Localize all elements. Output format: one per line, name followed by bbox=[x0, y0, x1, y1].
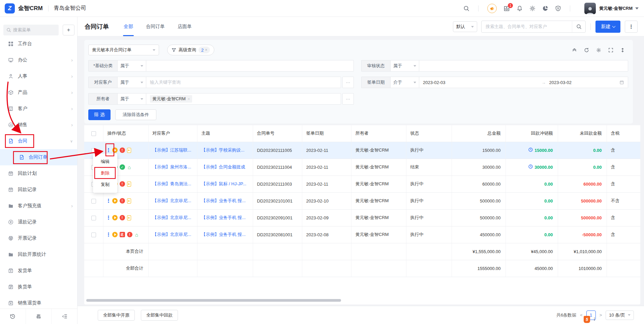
tab-全部[interactable]: 全部 bbox=[124, 17, 133, 36]
new-button[interactable]: 新建 bbox=[595, 21, 620, 33]
column-header-回款冲销额[interactable]: 回款冲销额 bbox=[505, 125, 558, 142]
subject-link[interactable]: 【示例】业务手机 报... bbox=[202, 198, 246, 203]
subject-link[interactable]: 【示例】业务手机 报... bbox=[202, 232, 246, 237]
more-actions-button[interactable]: ⋮ bbox=[625, 21, 638, 33]
sidebar-item-销售[interactable]: 销售› bbox=[0, 117, 77, 133]
row-checkbox[interactable] bbox=[91, 233, 96, 237]
filter-clear-button[interactable]: 清除筛选条件 bbox=[115, 109, 156, 120]
search-icon[interactable] bbox=[463, 5, 469, 11]
avatar[interactable] bbox=[584, 3, 596, 14]
sidebar-item-人事[interactable]: 人事› bbox=[0, 68, 77, 84]
table-row[interactable]: ⋮✓✓⌂【示例】泉州市洛...【示例】合同金额提成DD2023021110042… bbox=[84, 159, 640, 176]
prev-page-button[interactable]: < bbox=[580, 313, 583, 318]
shield-icon[interactable] bbox=[555, 5, 561, 11]
column-header-合同单号[interactable]: 合同单号 bbox=[253, 125, 302, 142]
filter-operator-select[interactable]: 属于 bbox=[390, 60, 419, 72]
column-header-签单日期[interactable]: 签单日期 bbox=[302, 125, 351, 142]
sidebar-search-input[interactable]: 搜索菜单 bbox=[3, 25, 59, 35]
search-icon[interactable] bbox=[572, 21, 585, 32]
dots-status-icon[interactable]: ⋮ bbox=[107, 215, 110, 220]
owner-tag[interactable]: 黄元敏-金智CRM× bbox=[150, 95, 192, 103]
screenshot-tool-icon[interactable]: 5 bbox=[584, 316, 590, 323]
caret-down-icon[interactable] bbox=[635, 7, 639, 9]
table-row[interactable]: ⋮!+【示例】青岛测法...【示例】鼠标 / HJ-JP...DD2023021… bbox=[84, 176, 640, 192]
column-header-操作/状态[interactable]: 操作/状态 bbox=[103, 125, 148, 142]
column-header-含税[interactable]: 含税 bbox=[607, 125, 640, 142]
table-row[interactable]: ⋮!+【示例】北京菲尼...【示例】业务手机 报...DD20230210100… bbox=[84, 192, 640, 209]
close-icon[interactable]: × bbox=[205, 48, 207, 52]
close-icon[interactable]: × bbox=[188, 97, 190, 101]
row-checkbox[interactable] bbox=[91, 148, 96, 153]
date-from[interactable]: 2023-02-03 bbox=[423, 80, 446, 85]
dots-status-icon[interactable]: ⋮ bbox=[107, 198, 110, 204]
row-checkbox[interactable] bbox=[91, 199, 96, 204]
filter-value-input[interactable] bbox=[419, 60, 628, 72]
saved-filter-select[interactable]: 黄元敏本月合同订单 bbox=[88, 45, 159, 55]
column-header-未回款金额[interactable]: 未回款金额 bbox=[558, 125, 607, 142]
page-size-select[interactable]: 10 条/页 bbox=[606, 310, 634, 320]
customer-link[interactable]: 【示例】泉州市洛... bbox=[153, 164, 191, 169]
history-icon[interactable] bbox=[0, 309, 26, 324]
filter-operator-select[interactable]: 属于 bbox=[117, 77, 146, 88]
column-header-主题[interactable]: 主题 bbox=[197, 125, 253, 142]
table-row[interactable]: ⋮迟!⌂【示例】北京菲尼...【示例】业务手机 报...DD2023020810… bbox=[84, 226, 640, 243]
advanced-query-button[interactable]: 高级查询 2 × bbox=[167, 45, 214, 55]
customer-link[interactable]: 【示例】江苏瑞联... bbox=[153, 147, 191, 153]
sidebar-item-合同订单[interactable]: 合同订单 bbox=[0, 149, 77, 165]
filter-value-input[interactable]: 黄元敏-金智CRM× bbox=[146, 93, 341, 105]
sidebar-item-客户预充值[interactable]: 客户预充值› bbox=[0, 198, 77, 214]
sidebar-item-回款计划[interactable]: 回款计划 bbox=[0, 165, 77, 182]
company-name[interactable]: 青岛金智公司 bbox=[54, 5, 86, 12]
customer-link[interactable]: 【示例】北京菲尼... bbox=[153, 232, 191, 237]
subject-link[interactable]: 【示例】业务手机 报... bbox=[202, 215, 246, 220]
fullscreen-icon[interactable] bbox=[608, 48, 613, 53]
sidebar-item-工作台[interactable]: 工作台 bbox=[0, 36, 77, 52]
filter-operator-select[interactable]: 属于 bbox=[117, 93, 146, 105]
gear-icon[interactable] bbox=[529, 5, 535, 11]
megaphone-icon[interactable] bbox=[487, 4, 497, 13]
sidebar-item-销售退货单[interactable]: 销售退货单 bbox=[0, 295, 77, 308]
gear-icon[interactable] bbox=[596, 48, 601, 53]
sidebar-item-合同[interactable]: 合同∨ bbox=[0, 133, 77, 149]
sliders-icon[interactable] bbox=[26, 309, 52, 324]
bell-icon[interactable] bbox=[517, 5, 523, 11]
table-row[interactable]: ⋮!+【示例】北京菲尼...【示例】业务手机 报...DD20230209100… bbox=[84, 209, 640, 226]
table-row[interactable]: ⋮!+【示例】江苏瑞联...【示例】学校采购设...DD202302111005… bbox=[84, 142, 640, 159]
more-options-button[interactable]: ⋯ bbox=[342, 77, 354, 88]
date-to[interactable]: 2023-03-02 bbox=[549, 80, 572, 85]
context-menu-item-复制[interactable]: 复制 bbox=[93, 179, 117, 190]
subject-link[interactable]: 【示例】合同金额提成 bbox=[202, 164, 245, 169]
updown-icon[interactable] bbox=[620, 48, 625, 53]
tab-店面单[interactable]: 店面单 bbox=[178, 17, 192, 36]
column-header-对应客户[interactable]: 对应客户 bbox=[148, 125, 197, 142]
sidebar-item-退款记录[interactable]: 退款记录 bbox=[0, 214, 77, 230]
collapse-panel-icon[interactable] bbox=[51, 309, 77, 324]
filter-value-input[interactable]: 输入关键字查询 bbox=[146, 77, 341, 88]
app-logo-icon[interactable]: Z bbox=[5, 3, 15, 14]
filter-value-input[interactable] bbox=[146, 60, 354, 72]
global-list-search[interactable]: 搜索主题、合同单号、对应客户 bbox=[481, 21, 586, 33]
subject-link[interactable]: 【示例】学校采购设... bbox=[202, 147, 245, 153]
batch-payment-button[interactable]: 全部集中回款 bbox=[141, 310, 178, 321]
more-dots-icon[interactable]: ⋮ bbox=[592, 317, 596, 322]
filter-value-input[interactable]: 2023-02-03→2023-03-02 bbox=[419, 77, 628, 88]
view-select[interactable]: 默认 bbox=[453, 21, 477, 32]
context-menu-item-删除[interactable]: 删除 bbox=[93, 167, 117, 179]
collapse-up-icon[interactable] bbox=[572, 48, 577, 53]
customer-link[interactable]: 【示例】北京菲尼... bbox=[153, 215, 191, 220]
filter-operator-select[interactable]: 属于 bbox=[117, 60, 146, 72]
column-header-总金额[interactable]: 总金额 bbox=[452, 125, 505, 142]
sidebar-item-发货单[interactable]: 发货单 bbox=[0, 263, 77, 279]
refresh-icon[interactable] bbox=[584, 48, 589, 53]
inbox-icon[interactable]: 1 bbox=[503, 5, 510, 12]
sidebar-item-客户[interactable]: 客户› bbox=[0, 101, 77, 117]
sidebar-item-产品[interactable]: 产品› bbox=[0, 84, 77, 101]
sidebar-item-回款开票统计[interactable]: 回款开票统计 bbox=[0, 246, 77, 263]
pie-chart-icon[interactable] bbox=[542, 5, 548, 11]
subject-link[interactable]: 【示例】鼠标 / HJ-JP... bbox=[202, 181, 246, 186]
context-menu-item-编辑[interactable]: 编辑 bbox=[93, 156, 117, 167]
column-header-状态[interactable]: 状态 bbox=[406, 125, 452, 142]
customer-link[interactable]: 【示例】北京菲尼... bbox=[153, 198, 191, 203]
row-checkbox[interactable] bbox=[91, 216, 96, 220]
select-all-checkbox[interactable] bbox=[91, 131, 96, 136]
